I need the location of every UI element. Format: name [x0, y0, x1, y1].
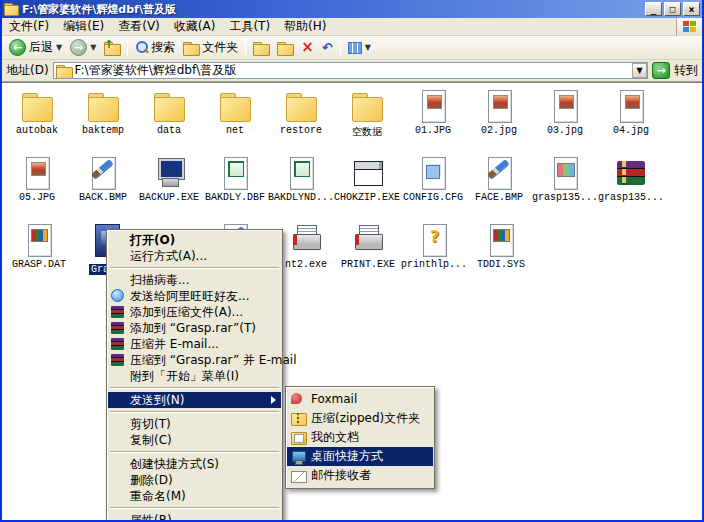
copy-to-button[interactable]	[273, 41, 297, 55]
file-item[interactable]: 05.JPG	[4, 156, 70, 203]
file-item[interactable]: BACK.BMP	[70, 156, 136, 203]
file-item[interactable]: printhlp...	[401, 223, 467, 270]
file-label: printhlp...	[401, 259, 467, 270]
file-item[interactable]: restore	[268, 89, 334, 139]
forward-icon: →	[70, 39, 87, 56]
winrar-icon	[111, 354, 124, 366]
views-dropdown-icon[interactable]: ▼	[365, 43, 371, 52]
folders-button[interactable]: 文件夹	[179, 38, 242, 57]
back-label: 后退	[29, 39, 53, 56]
dbf-file-icon	[217, 156, 253, 190]
move-to-button[interactable]	[249, 41, 273, 55]
menu-item-add-to-archive[interactable]: 添加到压缩文件(A)...	[108, 304, 281, 320]
menu-item-run-as[interactable]: 运行方式(A)...	[108, 248, 281, 264]
submenu-item-mail-recipient[interactable]: 邮件接收者	[287, 466, 433, 485]
file-list-area[interactable]: autobak baktemp data net restore 空数据 01.…	[2, 82, 702, 522]
menu-item-delete[interactable]: 删除(D)	[108, 472, 281, 488]
delete-button[interactable]: ×	[297, 40, 318, 55]
menu-item-open[interactable]: 打开(O)	[108, 232, 281, 248]
file-item[interactable]: GRASP.DAT	[6, 223, 72, 270]
file-item[interactable]: autobak	[4, 89, 70, 139]
back-button[interactable]: ← 后退 ▼	[5, 38, 66, 57]
printer-file-icon	[350, 223, 386, 257]
file-item[interactable]: CHOKZIP.EXE	[334, 156, 400, 203]
file-label: 05.JPG	[4, 192, 70, 203]
window-title: F:\管家婆软件\辉煌dbf\普及版	[22, 2, 645, 17]
minimize-button[interactable]: _	[645, 2, 662, 16]
file-item[interactable]: 03.jpg	[532, 89, 598, 139]
menu-file[interactable]: 文件(F)	[2, 17, 56, 36]
file-item[interactable]: BACKUP.EXE	[136, 156, 202, 203]
menu-item-send-to[interactable]: 发送到(N)	[108, 392, 281, 408]
file-item[interactable]: 01.JPG	[400, 89, 466, 139]
file-item[interactable]: FACE.BMP	[466, 156, 532, 203]
toolbar-separator	[340, 39, 341, 57]
file-item[interactable]: grasp135...	[532, 156, 598, 203]
my-documents-icon	[291, 431, 306, 444]
forward-button[interactable]: → ▼	[66, 38, 100, 57]
file-item[interactable]: 04.jpg	[598, 89, 664, 139]
go-button[interactable]: →	[652, 62, 670, 79]
close-button[interactable]: ×	[683, 2, 700, 16]
file-label: restore	[268, 125, 334, 136]
address-input[interactable]: F:\管家婆软件\辉煌dbf\普及版 ▼	[53, 62, 648, 79]
file-item[interactable]: 空数据	[334, 89, 400, 139]
file-item[interactable]: BAKDLY.DBF	[202, 156, 268, 203]
menu-item-rename[interactable]: 重命名(M)	[108, 488, 281, 504]
views-button[interactable]: ▼	[344, 41, 375, 55]
menubar: 文件(F) 编辑(E) 查看(V) 收藏(A) 工具(T) 帮助(H)	[2, 18, 702, 36]
menu-view[interactable]: 查看(V)	[111, 17, 167, 36]
menu-edit[interactable]: 编辑(E)	[56, 17, 111, 36]
folders-label: 文件夹	[202, 39, 238, 56]
menu-item-send-aliwangwang[interactable]: 发送给阿里旺旺好友...	[108, 288, 281, 304]
file-item[interactable]: PRINT.EXE	[335, 223, 401, 270]
menu-help[interactable]: 帮助(H)	[277, 17, 333, 36]
search-button[interactable]: 搜索	[131, 38, 179, 57]
foxmail-icon	[291, 393, 302, 404]
up-button[interactable]: ↑	[100, 41, 124, 55]
winrar-icon	[111, 322, 124, 334]
menu-item-copy[interactable]: 复制(C)	[108, 432, 281, 448]
file-item[interactable]: CONFIG.CFG	[400, 156, 466, 203]
menu-item-add-to-grasp-rar[interactable]: 添加到 “Grasp.rar”(T)	[108, 320, 281, 336]
file-item[interactable]: baktemp	[70, 89, 136, 139]
submenu-item-my-documents[interactable]: 我的文档	[287, 428, 433, 447]
file-item[interactable]: TDDI.SYS	[468, 223, 534, 270]
menu-item-cut[interactable]: 剪切(T)	[108, 416, 281, 432]
titlebar[interactable]: F:\管家婆软件\辉煌dbf\普及版 _ □ ×	[2, 0, 702, 18]
menu-favorites[interactable]: 收藏(A)	[167, 17, 223, 36]
file-item[interactable]: grasp135...	[598, 156, 664, 203]
menu-tools[interactable]: 工具(T)	[222, 17, 277, 36]
menu-item-scan-virus[interactable]: 扫描病毒...	[108, 272, 281, 288]
file-item[interactable]: BAKDLYND...	[268, 156, 334, 203]
file-item[interactable]: data	[136, 89, 202, 139]
address-dropdown-button[interactable]: ▼	[632, 63, 647, 78]
menu-item-properties[interactable]: 属性(R)	[108, 512, 281, 522]
menu-separator	[110, 451, 279, 453]
back-dropdown-icon[interactable]: ▼	[56, 43, 62, 52]
file-item[interactable]: 02.jpg	[466, 89, 532, 139]
submenu-item-desktop-shortcut[interactable]: 桌面快捷方式	[287, 447, 433, 466]
back-icon: ←	[9, 39, 26, 56]
file-label: baktemp	[70, 125, 136, 136]
image-file-icon	[547, 89, 583, 123]
image-file-icon	[19, 156, 55, 190]
folder-icon	[283, 89, 319, 123]
file-label: grasp135...	[598, 192, 664, 203]
undo-button[interactable]: ↶	[318, 40, 337, 55]
file-label: 04.jpg	[598, 125, 664, 136]
delete-icon: ×	[301, 41, 314, 54]
menu-item-compress-to-grasp-rar-and-email[interactable]: 压缩到 “Grasp.rar” 并 E-mail	[108, 352, 281, 368]
maximize-button[interactable]: □	[664, 2, 681, 16]
file-item[interactable]: net	[202, 89, 268, 139]
menu-item-create-shortcut[interactable]: 创建快捷方式(S)	[108, 456, 281, 472]
menu-item-compress-and-email[interactable]: 压缩并 E-mail...	[108, 336, 281, 352]
bitmap-file-icon	[481, 156, 517, 190]
submenu-item-zipped-folder[interactable]: 压缩(zipped)文件夹	[287, 409, 433, 428]
toolbar-separator	[245, 39, 246, 57]
dat-file-icon	[21, 223, 57, 257]
forward-dropdown-icon[interactable]: ▼	[90, 43, 96, 52]
menu-item-pin-to-start[interactable]: 附到「开始」菜单(I)	[108, 368, 281, 384]
submenu-item-foxmail[interactable]: Foxmail	[287, 390, 433, 409]
explorer-window: F:\管家婆软件\辉煌dbf\普及版 _ □ × 文件(F) 编辑(E) 查看(…	[0, 0, 704, 522]
